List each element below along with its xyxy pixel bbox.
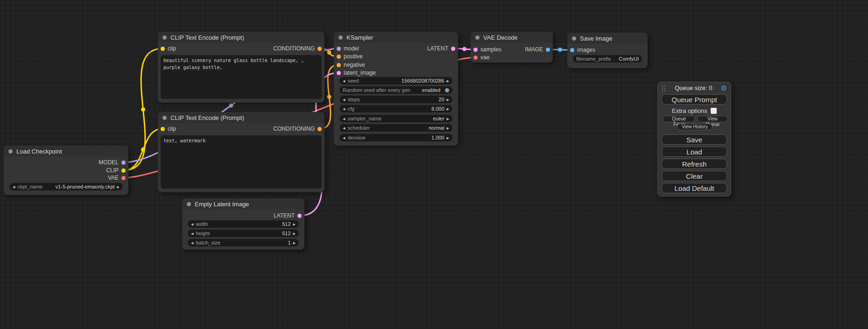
save-button[interactable]: Save (662, 134, 727, 145)
scheduler-widget[interactable]: ◀ scheduler normal ▶ (339, 124, 452, 132)
increment-arrow-icon[interactable]: ▶ (447, 117, 449, 120)
refresh-button[interactable]: Refresh (662, 159, 727, 169)
collapse-dot[interactable] (162, 116, 167, 120)
increment-arrow-icon[interactable]: ▶ (447, 136, 449, 140)
output-slot-model[interactable]: MODEL (99, 159, 126, 166)
ckpt-name-widget[interactable]: ◀ ckpt_name v1-5-pruned-emaonly.ckpt ▶ (9, 183, 123, 190)
queue-front-button[interactable]: Queue Front (663, 116, 695, 122)
positive-prompt-textarea[interactable]: beautiful scenery nature glass bottle la… (161, 55, 322, 99)
input-slot-samples[interactable]: samples (473, 46, 501, 53)
steps-widget[interactable]: ◀ steps 20 ▶ (339, 96, 452, 103)
increment-arrow-icon[interactable]: ▶ (293, 232, 296, 235)
node-graph-canvas[interactable]: Load Checkpoint MODEL CLIP VAE ◀ ckpt_na… (0, 0, 868, 329)
decrement-arrow-icon[interactable]: ◀ (343, 79, 345, 83)
input-slot-clip[interactable]: clip (161, 125, 176, 133)
input-slot-positive[interactable]: positive (337, 53, 363, 60)
slot-dot-latent[interactable] (451, 47, 455, 51)
node-vae-decode[interactable]: VAE Decode samples IMAGE vae (471, 32, 553, 63)
node-save-image[interactable]: Save Image images filename_prefix ComfyU… (567, 33, 648, 68)
output-slot-conditioning[interactable]: CONDITIONING (273, 45, 322, 52)
collapse-dot[interactable] (572, 36, 576, 41)
input-slot-negative[interactable]: negative (337, 61, 365, 69)
slot-dot-vae[interactable] (121, 176, 126, 180)
clear-button[interactable]: Clear (662, 171, 727, 181)
link-midpoint-dot[interactable] (141, 107, 145, 112)
decrement-arrow-icon[interactable]: ◀ (343, 107, 345, 111)
input-slot-clip[interactable]: clip (161, 45, 176, 52)
input-slot-model[interactable]: model (337, 45, 359, 52)
input-slot-images[interactable]: images (570, 46, 595, 54)
sampler-name-widget[interactable]: ◀ sampler_name euler ▶ (339, 115, 452, 122)
slot-dot-conditioning[interactable] (318, 127, 322, 131)
node-title-bar[interactable]: Empty Latent Image (182, 198, 304, 210)
output-slot-conditioning[interactable]: CONDITIONING (273, 125, 322, 133)
decrement-arrow-icon[interactable]: ◀ (191, 232, 193, 235)
node-clip-text-encode-negative[interactable]: CLIP Text Encode (Prompt) clip CONDITION… (158, 112, 325, 192)
output-slot-image[interactable]: IMAGE (525, 46, 550, 53)
node-empty-latent-image[interactable]: Empty Latent Image LATENT ◀ width 512 ▶ … (182, 198, 304, 250)
input-slot-latent-image[interactable]: latent_image (337, 69, 376, 77)
view-history-button[interactable]: View History (677, 124, 713, 130)
slot-dot-conditioning[interactable] (337, 55, 341, 59)
negative-prompt-textarea[interactable]: text, watermark (161, 135, 322, 189)
node-title-bar[interactable]: CLIP Text Encode (Prompt) (158, 112, 325, 123)
decrement-arrow-icon[interactable]: ◀ (343, 98, 345, 101)
link-midpoint-dot[interactable] (558, 48, 562, 52)
settings-gear-icon[interactable]: ⚙ (721, 84, 727, 91)
slot-dot-image[interactable] (546, 48, 550, 52)
slot-dot-model[interactable] (121, 161, 126, 165)
output-slot-vae[interactable]: VAE (108, 174, 126, 182)
node-title-bar[interactable]: KSampler (334, 32, 458, 43)
slot-dot-latent[interactable] (297, 214, 302, 218)
height-widget[interactable]: ◀ height 512 ▶ (188, 230, 299, 237)
increment-arrow-icon[interactable]: ▶ (447, 98, 449, 101)
collapse-dot[interactable] (8, 149, 13, 154)
decrement-arrow-icon[interactable]: ◀ (343, 117, 345, 120)
decrement-arrow-icon[interactable]: ◀ (13, 185, 15, 189)
view-queue-button[interactable]: View Queue (697, 116, 728, 122)
link-midpoint-dot[interactable] (229, 104, 233, 108)
node-load-checkpoint[interactable]: Load Checkpoint MODEL CLIP VAE ◀ ckpt_na… (4, 146, 128, 195)
output-slot-latent[interactable]: LATENT (274, 212, 302, 219)
output-slot-clip[interactable]: CLIP (106, 167, 126, 174)
seed-widget[interactable]: ◀ seed 156680208700286 ▶ (339, 77, 452, 84)
slot-dot-vae[interactable] (473, 56, 478, 60)
random-seed-toggle-widget[interactable]: Random seed after every gen enabled (339, 86, 452, 94)
slot-dot-latent[interactable] (337, 71, 341, 75)
link-midpoint-dot[interactable] (141, 147, 145, 152)
slot-dot-model[interactable] (337, 47, 341, 51)
slot-dot-clip[interactable] (161, 47, 165, 51)
slot-dot-clip[interactable] (161, 127, 165, 131)
collapse-dot[interactable] (162, 35, 167, 40)
slot-dot-clip[interactable] (121, 168, 126, 173)
input-slot-vae[interactable]: vae (473, 54, 489, 61)
node-title-bar[interactable]: Load Checkpoint (4, 146, 128, 157)
collapse-dot[interactable] (475, 35, 480, 40)
slot-dot-image[interactable] (570, 48, 574, 52)
increment-arrow-icon[interactable]: ▶ (293, 223, 296, 226)
increment-arrow-icon[interactable]: ▶ (117, 185, 120, 189)
load-button[interactable]: Load (662, 147, 727, 157)
load-default-button[interactable]: Load Default (662, 183, 727, 193)
decrement-arrow-icon[interactable]: ◀ (343, 126, 345, 130)
decrement-arrow-icon[interactable]: ◀ (343, 136, 345, 140)
toggle-dot[interactable] (445, 88, 449, 92)
increment-arrow-icon[interactable]: ▶ (293, 241, 296, 245)
collapse-dot[interactable] (339, 35, 343, 40)
link-midpoint-dot[interactable] (462, 47, 466, 51)
increment-arrow-icon[interactable]: ▶ (447, 79, 449, 83)
node-title-bar[interactable]: Save Image (567, 33, 648, 44)
node-title-bar[interactable]: VAE Decode (471, 32, 553, 43)
node-clip-text-encode-positive[interactable]: CLIP Text Encode (Prompt) clip CONDITION… (158, 32, 325, 103)
collapse-dot[interactable] (187, 202, 191, 206)
cfg-widget[interactable]: ◀ cfg 8.000 ▶ (339, 105, 452, 112)
width-widget[interactable]: ◀ width 512 ▶ (188, 220, 299, 228)
increment-arrow-icon[interactable]: ▶ (447, 107, 449, 111)
queue-menu-panel[interactable]: Queue size: 0 ⚙ Queue Prompt Extra optio… (657, 82, 731, 196)
slot-dot-conditioning[interactable] (318, 47, 322, 51)
denoise-widget[interactable]: ◀ denoise 1.000 ▶ (339, 134, 452, 141)
link-midpoint-dot[interactable] (327, 95, 332, 99)
decrement-arrow-icon[interactable]: ◀ (191, 241, 193, 245)
output-slot-latent[interactable]: LATENT (427, 45, 455, 52)
decrement-arrow-icon[interactable]: ◀ (191, 223, 193, 226)
